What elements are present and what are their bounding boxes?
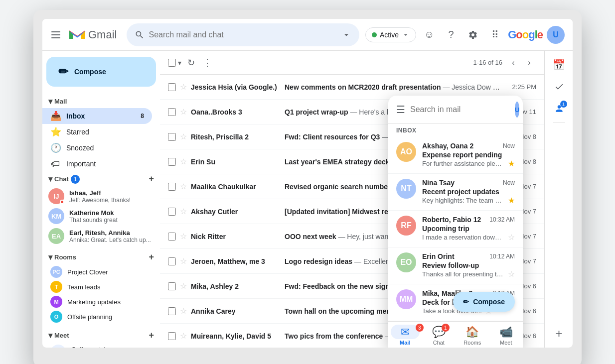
row-checkbox[interactable] — [168, 108, 176, 116]
room-offsite-planning[interactable]: O Offsite planning — [42, 309, 160, 324]
chat-nav-label: Chat — [433, 340, 445, 346]
mobile-search-input[interactable] — [410, 105, 510, 114]
mobile-nav-chat[interactable]: 💬 1 Chat — [422, 326, 456, 346]
mobile-star-icon[interactable]: ★ — [508, 159, 515, 168]
snoozed-label: Snoozed — [66, 144, 94, 152]
prev-page-button[interactable]: ‹ — [506, 56, 520, 70]
chat-add-button[interactable]: + — [149, 174, 154, 184]
row-checkbox[interactable] — [168, 158, 176, 166]
room-project-clover[interactable]: PC Project Clover — [42, 264, 160, 279]
meet-add-button[interactable]: + — [149, 330, 154, 341]
chat-person-ishaa-jeff[interactable]: IJ Ishaa, Jeff Jeff: Awesome, thanks! — [42, 186, 160, 206]
chat-person-message: Annika: Great. Let's catch up... — [69, 237, 154, 243]
row-checkbox[interactable] — [168, 183, 176, 191]
status-button[interactable]: Active — [365, 27, 416, 42]
row-checkbox[interactable] — [168, 257, 176, 265]
rooms-arrow-icon: ▾ — [48, 252, 52, 262]
add-app-button[interactable]: + — [549, 324, 569, 344]
chat-person-message: Jeff: Awesome, thanks! — [69, 197, 154, 204]
chat-person-name: Ishaa, Jeff — [69, 189, 154, 197]
chat-person-earl[interactable]: EA Earl, Ritesh, Annika Annika: Great. L… — [42, 226, 160, 246]
sender-name: Ritesh, Priscilla 2 — [191, 133, 281, 141]
sender-name: Annika Carey — [191, 307, 281, 315]
mobile-email-item[interactable]: EO Erin Orint 10:12 AM Review follow-up … — [388, 247, 523, 284]
mobile-star-icon[interactable]: ☆ — [508, 233, 515, 242]
sender-name: Maalika Chaukulkar — [191, 183, 281, 191]
next-page-button[interactable]: › — [522, 56, 536, 70]
sidebar-item-important[interactable]: 🏷 Important — [42, 156, 152, 172]
mobile-compose-button[interactable]: ✏ Compose — [453, 292, 515, 312]
mobile-nav-rooms[interactable]: 🏠 Rooms — [456, 326, 489, 346]
star-icon[interactable]: ☆ — [180, 232, 187, 241]
star-icon[interactable]: ☆ — [180, 306, 187, 316]
more-options-button[interactable]: ⋮ — [201, 55, 214, 70]
star-icon[interactable]: ☆ — [180, 82, 187, 92]
row-checkbox[interactable] — [168, 233, 176, 241]
star-icon[interactable]: ☆ — [180, 256, 187, 266]
select-all-checkbox[interactable] — [168, 59, 176, 67]
select-all-checkbox-wrap[interactable]: ▾ — [168, 59, 181, 67]
settings-button[interactable] — [464, 26, 482, 44]
rooms-section-header[interactable]: ▾ Rooms + — [42, 250, 160, 264]
chat-person-katherine[interactable]: KM Katherine Mok That sounds great — [42, 206, 160, 226]
row-checkbox[interactable] — [168, 208, 176, 216]
mail-arrow-icon[interactable]: ▾ — [48, 97, 52, 106]
sender-name: Jeroen, Matthew, me 3 — [191, 257, 281, 265]
meet-coffee-catchup[interactable]: 📅 Coffee catch-up 1:00 – 1:30 PM — [42, 343, 160, 348]
menu-icon[interactable] — [50, 29, 62, 41]
rooms-add-button[interactable]: + — [149, 252, 154, 262]
room-marketing-updates[interactable]: M Marketing updates — [42, 294, 160, 309]
star-icon[interactable]: ☆ — [180, 182, 187, 191]
mobile-email-snippet: Key highlights: The team has establi... — [422, 197, 505, 204]
sidebar-item-inbox[interactable]: 📥 Inbox 8 — [42, 108, 152, 124]
mobile-star-icon[interactable]: ★ — [508, 196, 515, 205]
select-dropdown-icon[interactable]: ▾ — [178, 59, 181, 67]
help-button[interactable]: ? — [442, 26, 460, 44]
search-input[interactable] — [149, 30, 337, 39]
mobile-nav-meet[interactable]: 📹 Meet — [489, 326, 523, 346]
meet-section-header[interactable]: ▾ Meet + — [42, 328, 160, 343]
row-checkbox[interactable] — [168, 282, 176, 290]
sidebar-item-snoozed[interactable]: 🕐 Snoozed — [42, 140, 152, 156]
email-subject: [Updated invitation] Midwest retail — [285, 208, 398, 216]
mobile-email-item[interactable]: RF Roberto, Fabio 12 10:32 AM Upcoming t… — [388, 211, 523, 247]
email-list-header: ▾ ↻ ⋮ 1-16 of 16 ‹ › — [160, 51, 544, 75]
mobile-email-item[interactable]: NT Nina Tsay Now Recent project updates … — [388, 174, 523, 211]
row-checkbox[interactable] — [168, 332, 176, 340]
mobile-menu-icon[interactable]: ☰ — [396, 104, 405, 116]
star-icon[interactable]: ☆ — [180, 157, 187, 166]
room-team-leads[interactable]: T Team leads — [42, 279, 160, 294]
contacts-panel-button[interactable]: 1 — [549, 99, 569, 119]
star-icon[interactable]: ☆ — [180, 331, 187, 341]
star-icon[interactable]: ☆ — [180, 207, 187, 216]
email-subject: OOO next week — [285, 233, 336, 241]
meet-nav-icon: 📹 — [499, 326, 513, 339]
chat-person-message: That sounds great — [69, 217, 154, 224]
calendar-panel-button[interactable]: 📅 — [549, 55, 569, 75]
row-checkbox[interactable] — [168, 133, 176, 141]
user-avatar[interactable]: U — [547, 26, 565, 44]
mobile-email-item[interactable]: AO Akshay, Oana 2 Now Expense report pen… — [388, 137, 523, 174]
apps-button[interactable]: ⠿ — [486, 26, 504, 44]
mobile-avatar[interactable]: U — [515, 102, 519, 118]
refresh-button[interactable]: ↻ — [185, 55, 197, 70]
row-checkbox[interactable] — [168, 307, 176, 315]
star-icon[interactable]: ☆ — [180, 107, 187, 117]
search-chevron-icon[interactable] — [341, 30, 351, 40]
sender-name: Muireann, Kylie, David 5 — [191, 332, 281, 340]
tasks-panel-button[interactable] — [549, 77, 569, 97]
mobile-email-time: 10:32 AM — [489, 216, 515, 223]
google-logo: Google — [508, 28, 543, 41]
sidebar-item-starred[interactable]: ⭐ Starred — [42, 124, 152, 140]
star-icon[interactable]: ☆ — [180, 132, 187, 141]
mobile-star-icon[interactable]: ☆ — [508, 269, 515, 279]
compose-button[interactable]: ✏ Compose — [46, 57, 156, 87]
mobile-nav-mail[interactable]: ✉ 3 Mail — [388, 326, 422, 346]
emoji-button[interactable]: ☺ — [420, 26, 438, 44]
subject-snippet: New comments on MCR2020 draft presentati… — [285, 83, 502, 91]
star-icon[interactable]: ☆ — [180, 281, 187, 291]
search-bar[interactable] — [127, 23, 359, 46]
chat-section-header[interactable]: ▾ Chat 1 + — [42, 172, 160, 186]
search-icon — [135, 30, 145, 40]
row-checkbox[interactable] — [168, 83, 176, 91]
